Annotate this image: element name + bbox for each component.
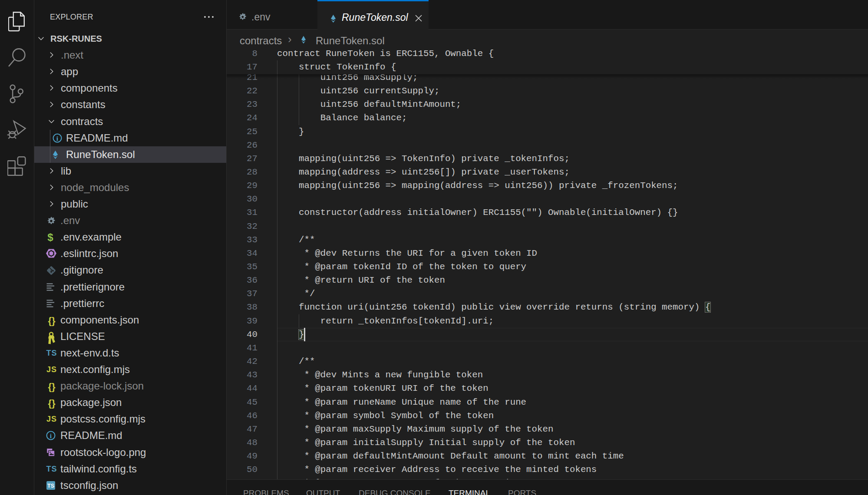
svg-text:TS: TS bbox=[46, 348, 57, 357]
svg-text:{}: {} bbox=[48, 398, 56, 409]
svg-text:{}: {} bbox=[48, 381, 56, 392]
svg-text:TS: TS bbox=[47, 483, 54, 489]
svg-text:JS: JS bbox=[46, 415, 57, 423]
svg-text:i: i bbox=[56, 134, 59, 142]
svg-text:JS: JS bbox=[46, 365, 57, 374]
svg-text:TS: TS bbox=[46, 464, 57, 473]
svg-text:{}: {} bbox=[48, 315, 56, 326]
svg-text:$: $ bbox=[47, 232, 53, 243]
svg-text:i: i bbox=[50, 432, 52, 439]
